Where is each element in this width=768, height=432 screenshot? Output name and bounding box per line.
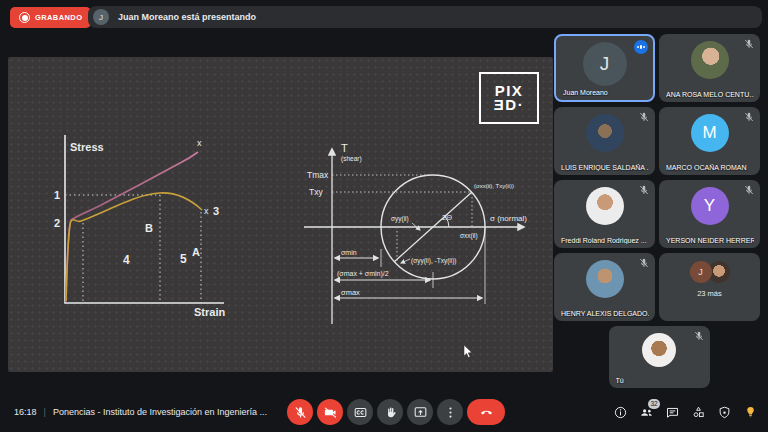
label-4: 4 <box>123 253 130 267</box>
side-panel-buttons: 32 <box>613 392 758 432</box>
participant-count-badge: 32 <box>648 399 660 409</box>
x-axis-label: Strain <box>194 306 225 318</box>
host-controls-button[interactable] <box>717 405 732 420</box>
muted-mic-icon <box>743 111 755 123</box>
shared-screen: Stress Strain 1 2 B A 4 5 x x 3 <box>8 57 553 372</box>
record-icon <box>19 12 30 23</box>
participant-tile[interactable]: HENRY ALEXIS DELGADO... <box>554 253 655 321</box>
recording-label: GRABANDO <box>35 13 82 22</box>
fracture-marker-b: x <box>197 138 202 148</box>
participant-tile[interactable]: ANA ROSA MELO CENTU... <box>659 34 760 102</box>
mic-off-button[interactable] <box>287 399 313 425</box>
speaking-indicator <box>634 40 648 54</box>
present-button[interactable] <box>407 399 433 425</box>
fracture-marker-a: x <box>204 206 209 216</box>
bottom-point-label: (σyy(ii), -Txy(ii)) <box>411 257 457 265</box>
angle-label: 2Θ <box>442 213 452 222</box>
bottom-bar: 16:18 | Ponencias - Instituto de Investi… <box>0 392 768 432</box>
presenting-banner: J Juan Moreano está presentando <box>88 6 762 28</box>
participants-panel: JJuan MoreanoANA ROSA MELO CENTU...LUIS … <box>554 34 764 388</box>
participant-tile[interactable]: Tú <box>609 326 710 388</box>
normal-axis-label: σ (normal) <box>490 214 527 223</box>
curve-b <box>66 152 198 302</box>
participant-name: Tú <box>616 377 704 384</box>
curve-a-label: A <box>192 246 200 258</box>
end-call-icon <box>479 405 494 420</box>
muted-mic-icon <box>638 111 650 123</box>
participant-tile[interactable]: J23 más <box>659 253 760 321</box>
shield-icon <box>717 405 732 420</box>
hand-icon <box>383 405 398 420</box>
avatar <box>691 41 729 79</box>
participant-tile[interactable]: MMARCO OCAÑA ROMAN <box>659 107 760 175</box>
participants-button[interactable]: 32 <box>639 405 654 420</box>
present-icon <box>413 405 428 420</box>
overflow-avatars: J <box>690 261 730 283</box>
muted-mic-icon <box>743 184 755 196</box>
chat-button[interactable] <box>665 405 680 420</box>
participant-name: ANA ROSA MELO CENTU... <box>666 91 754 98</box>
participant-name: LUIS ENRIQUE SALDAÑA ... <box>561 164 649 171</box>
activities-button[interactable] <box>691 405 706 420</box>
participant-tile[interactable]: YYERSON NEIDER HERRER... <box>659 180 760 248</box>
participants-grid: JJuan MoreanoANA ROSA MELO CENTU...LUIS … <box>554 34 764 321</box>
self-tile-row: Tú <box>554 326 764 388</box>
call-controls <box>287 392 505 432</box>
label-2: 2 <box>54 217 60 229</box>
slide-diagrams: Stress Strain 1 2 B A 4 5 x x 3 <box>8 57 553 372</box>
sigma-min-label: σmin <box>341 249 357 256</box>
avatar: Y <box>691 187 729 225</box>
pixed-logo-line2: ƎD· <box>494 98 524 112</box>
meeting-meta: 16:18 | Ponencias - Instituto de Investi… <box>14 392 267 432</box>
stress-strain-chart: Stress Strain 1 2 B A 4 5 x x 3 <box>54 135 226 318</box>
mouse-cursor <box>463 345 475 359</box>
more-icon <box>443 405 458 420</box>
tau-max-label: Tmax <box>307 170 329 180</box>
avatar <box>586 260 624 298</box>
more-options-button[interactable] <box>437 399 463 425</box>
avatar: M <box>691 114 729 152</box>
chart-axes <box>65 135 224 303</box>
avatar: J <box>583 42 627 86</box>
chat-icon <box>665 405 680 420</box>
participant-tile[interactable]: JJuan Moreano <box>554 34 655 102</box>
cam-off-icon <box>323 405 338 420</box>
y-axis-label: Stress <box>70 141 104 153</box>
pixed-logo: PIX ƎD· <box>479 72 539 124</box>
avatar <box>586 114 624 152</box>
participant-name: MARCO OCAÑA ROMAN <box>666 164 754 171</box>
label-5: 5 <box>180 252 187 266</box>
participant-tile[interactable]: Freddi Roland Rodriguez ... <box>554 180 655 248</box>
participant-name: Freddi Roland Rodriguez ... <box>561 237 649 244</box>
muted-mic-icon <box>638 184 650 196</box>
sigma-max-label: σmax <box>341 288 360 297</box>
chart-guides <box>65 195 201 303</box>
overflow-count-label: 23 más <box>659 289 760 298</box>
participant-tile[interactable]: LUIS ENRIQUE SALDAÑA ... <box>554 107 655 175</box>
meeting-details-button[interactable] <box>613 405 628 420</box>
top-bar: GRABANDO J Juan Moreano está presentando <box>0 0 768 33</box>
curve-b-label: B <box>145 222 153 234</box>
end-call-button[interactable] <box>467 399 505 425</box>
shear-axis-sublabel: (shear) <box>341 155 362 163</box>
info-icon <box>613 405 628 420</box>
extension-lamp-button[interactable] <box>743 405 758 420</box>
title-divider: | <box>44 407 46 417</box>
meet-window: GRABANDO J Juan Moreano está presentando <box>0 0 768 432</box>
avatar <box>586 187 624 225</box>
participant-name: YERSON NEIDER HERRER... <box>666 237 754 244</box>
camera-off-button[interactable] <box>317 399 343 425</box>
clock: 16:18 <box>14 407 37 417</box>
label-1: 1 <box>54 189 60 201</box>
muted-mic-icon <box>693 330 705 342</box>
curve-a <box>66 193 202 301</box>
participant-name: Juan Moreano <box>563 89 647 96</box>
mic-off-icon <box>293 405 308 420</box>
muted-mic-icon <box>638 257 650 269</box>
meeting-title: Ponencias - Instituto de Investigación e… <box>53 407 267 417</box>
raise-hand-button[interactable] <box>377 399 403 425</box>
captions-button[interactable] <box>347 399 373 425</box>
recording-badge: GRABANDO <box>10 7 91 28</box>
captions-icon <box>353 405 368 420</box>
sigma-xx-label: σxx(ii) <box>460 232 478 240</box>
